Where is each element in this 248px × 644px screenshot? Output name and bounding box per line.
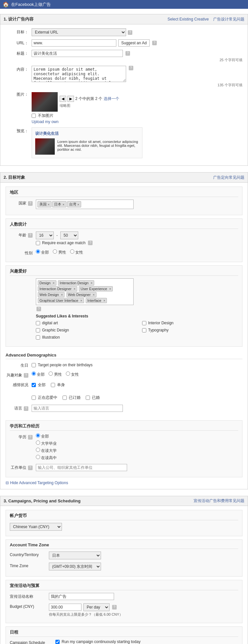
gender-male-radio[interactable] bbox=[53, 249, 57, 254]
remove-gui[interactable]: × bbox=[80, 299, 82, 302]
tag-web-designer: Web Designer × bbox=[66, 292, 96, 297]
language-input[interactable] bbox=[32, 405, 123, 412]
image-next-button[interactable]: ▶ bbox=[67, 96, 74, 102]
url-content: Suggest an Ad ? bbox=[32, 39, 242, 47]
country-help[interactable]: ? bbox=[28, 201, 33, 206]
edu-high-school-option[interactable]: 在读高中 bbox=[36, 455, 57, 461]
campaign-name-input[interactable] bbox=[49, 593, 114, 600]
budget-content: Per day Per week ? 你每天的支出上限是多少？（最低 6.00 … bbox=[49, 603, 238, 617]
gender-female-radio[interactable] bbox=[70, 249, 74, 254]
no-image-checkbox[interactable] bbox=[32, 114, 36, 118]
age-min-select[interactable]: 1314151617182125 bbox=[36, 231, 54, 239]
pricing-faq-link[interactable]: 宣传活动广告和费用常见问题 bbox=[194, 498, 244, 503]
ad-design-faq-link[interactable]: 广告设计常见问题 bbox=[213, 17, 244, 21]
targeting-faq-link[interactable]: 广告定向常见问题 bbox=[213, 175, 244, 180]
remove-interaction-designer[interactable]: × bbox=[74, 287, 76, 291]
remove-interaction-design[interactable]: × bbox=[91, 281, 93, 285]
image-choose-link[interactable]: 选择一个 bbox=[104, 96, 119, 102]
edu-in-college-option[interactable]: 在读大学 bbox=[36, 448, 57, 454]
rel-engaged-check[interactable] bbox=[63, 396, 67, 400]
adv-demog-title: Advanced Demographics bbox=[6, 353, 242, 359]
hide-advanced-link[interactable]: ⊟ Hide Advanced Targeting Options bbox=[6, 481, 68, 485]
interest-target-all-option[interactable]: 全部 bbox=[32, 371, 45, 377]
age-help[interactable]: ? bbox=[28, 233, 33, 238]
birthday-label: 生日 bbox=[6, 362, 32, 368]
gender-male-option[interactable]: 男性 bbox=[53, 249, 66, 255]
country-territory-select[interactable]: 日本 中国 美国 bbox=[49, 552, 101, 559]
timezone-select[interactable]: (GMT+09:00) 东京时间 bbox=[49, 563, 101, 570]
image-prev-button[interactable]: ◀ bbox=[60, 96, 66, 102]
countries-input[interactable]: 美国 × 日本 × 台湾 × bbox=[36, 200, 134, 209]
remove-web-designer[interactable]: × bbox=[93, 293, 95, 297]
interest-help[interactable]: ? bbox=[36, 307, 41, 311]
interest-target-male-radio[interactable] bbox=[49, 371, 53, 376]
rel-all-check[interactable] bbox=[32, 383, 36, 387]
gender-all-option[interactable]: 全部 bbox=[36, 249, 49, 255]
remove-us[interactable]: × bbox=[48, 203, 50, 206]
work-help[interactable]: ? bbox=[28, 466, 33, 470]
remove-web-design[interactable]: × bbox=[61, 293, 63, 297]
rel-married-check[interactable] bbox=[86, 396, 90, 400]
suggest-digital-art-check[interactable] bbox=[36, 321, 40, 325]
currency-title: 帐户货币 bbox=[10, 513, 238, 520]
gender-female-option[interactable]: 女性 bbox=[70, 249, 83, 255]
rel-single-check[interactable] bbox=[51, 383, 55, 387]
work-content bbox=[36, 464, 238, 471]
per-day-select[interactable]: Per day Per week bbox=[83, 603, 109, 611]
upload-own-link[interactable]: Upload my own bbox=[32, 119, 59, 124]
interest-target-female-radio[interactable] bbox=[66, 371, 70, 376]
content-help[interactable]: ? bbox=[129, 66, 133, 70]
target-help[interactable]: ? bbox=[128, 30, 132, 35]
remove-ux[interactable]: × bbox=[109, 287, 111, 291]
currency-select[interactable]: Chinese Yuan (CNY) USD JPY bbox=[10, 523, 62, 531]
url-input[interactable] bbox=[32, 39, 116, 47]
edu-in-college-radio[interactable] bbox=[36, 448, 40, 452]
remove-interface[interactable]: × bbox=[103, 299, 105, 302]
content-textarea[interactable]: Lorem ipsum dolor sit amet, consectetur … bbox=[32, 66, 126, 82]
relationship-content: 全部 单身 正在恋爱中 已订婚 bbox=[32, 381, 242, 401]
language-help[interactable]: ? bbox=[24, 406, 28, 411]
interest-target-all-radio[interactable] bbox=[32, 371, 36, 376]
exact-age-checkbox[interactable] bbox=[36, 241, 40, 245]
gender-all-radio[interactable] bbox=[36, 249, 40, 254]
target-select[interactable]: External URL Website Facebook Page bbox=[32, 28, 126, 36]
birthday-checkbox[interactable] bbox=[32, 363, 36, 367]
content-label: 内容： bbox=[6, 66, 32, 72]
interest-target-help[interactable]: ? bbox=[24, 373, 28, 378]
edu-help[interactable]: ? bbox=[28, 435, 33, 440]
remove-design[interactable]: × bbox=[52, 281, 54, 285]
exact-age-help[interactable]: ? bbox=[88, 241, 93, 245]
no-image-label: 不加图片 bbox=[38, 113, 53, 119]
title-help[interactable]: ? bbox=[125, 51, 130, 56]
interest-target-female-option[interactable]: 女性 bbox=[66, 371, 79, 377]
interest-tag-container[interactable]: Design × Interaction Design × Interactio… bbox=[36, 278, 134, 305]
suggest-ad-button[interactable]: Suggest an Ad bbox=[118, 39, 150, 47]
age-content: 1314151617182125 - 18202530354045505560 … bbox=[36, 231, 238, 246]
remove-tw[interactable]: × bbox=[77, 203, 79, 206]
suggest-illustration-check[interactable] bbox=[36, 335, 40, 340]
edu-section-title: 学历和工作经历 bbox=[10, 423, 238, 431]
edu-college-option[interactable]: 大学毕业 bbox=[36, 441, 57, 446]
edu-high-school-radio[interactable] bbox=[36, 455, 40, 459]
age-max-select[interactable]: 18202530354045505560 bbox=[60, 231, 78, 239]
budget-help[interactable]: ? bbox=[112, 605, 117, 609]
rel-dating-check[interactable] bbox=[32, 396, 36, 400]
work-input[interactable] bbox=[36, 464, 127, 471]
remove-jp[interactable]: × bbox=[62, 203, 64, 206]
adv-demog-section: Advanced Demographics 生日 Target people o… bbox=[6, 350, 242, 418]
budget-input[interactable] bbox=[49, 604, 81, 611]
suggest-typography-check[interactable] bbox=[142, 328, 146, 332]
interest-title: 兴趣爱好 bbox=[10, 268, 238, 276]
suggest-interior-design-check[interactable] bbox=[142, 321, 146, 325]
edu-all-option[interactable]: 全部 bbox=[36, 433, 49, 439]
title-input[interactable] bbox=[32, 50, 123, 57]
suggest-illustration: Illustration bbox=[36, 335, 132, 340]
interest-target-male-option[interactable]: 男性 bbox=[49, 371, 62, 377]
suggest-graphic-design-check[interactable] bbox=[36, 328, 40, 332]
schedule-checkbox[interactable] bbox=[55, 640, 60, 644]
select-existing-link[interactable]: Select Existing Creative bbox=[168, 17, 209, 21]
url-help[interactable]: ? bbox=[152, 41, 157, 45]
country-label: 国家 ? bbox=[10, 200, 36, 206]
edu-all-radio[interactable] bbox=[36, 433, 40, 438]
edu-college-radio[interactable] bbox=[36, 441, 40, 445]
